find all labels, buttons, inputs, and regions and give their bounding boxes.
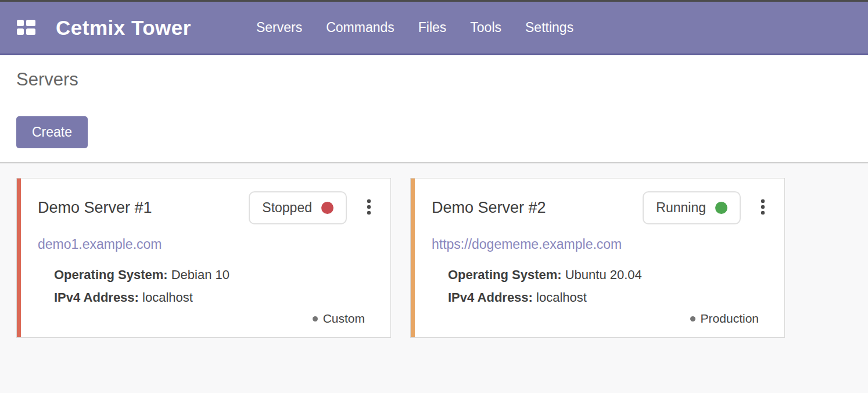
status-label: Stopped (262, 200, 312, 216)
os-label: Operating System: (54, 267, 168, 282)
server-status-badge[interactable]: Stopped (249, 191, 347, 224)
ip-label: IPv4 Address: (54, 290, 139, 305)
ip-row: IPv4 Address: localhost (54, 286, 373, 309)
menu-item-settings[interactable]: Settings (525, 20, 573, 35)
card-accent-strip (411, 178, 415, 337)
os-label: Operating System: (448, 267, 562, 282)
server-name: Demo Server #1 (38, 199, 152, 217)
kebab-menu-icon[interactable] (759, 197, 767, 217)
top-navbar: Cetmix Tower Servers Commands Files Tool… (0, 2, 868, 55)
app-brand-title: Cetmix Tower (56, 16, 191, 40)
status-dot-icon (321, 202, 333, 214)
apps-menu-button[interactable] (10, 12, 43, 44)
menu-item-files[interactable]: Files (418, 20, 447, 35)
server-name: Demo Server #2 (432, 199, 546, 217)
menu-item-tools[interactable]: Tools (470, 20, 501, 35)
server-details: Operating System: Debian 10 IPv4 Address… (54, 263, 373, 309)
os-value: Debian 10 (171, 267, 229, 282)
server-tag: Production (690, 312, 759, 326)
server-cards-area: Demo Server #1 Stopped demo1.example.com… (0, 163, 868, 393)
server-url-link[interactable]: demo1.example.com (38, 237, 373, 252)
tag-label: Production (701, 312, 759, 326)
kebab-menu-icon[interactable] (365, 197, 373, 217)
ip-row: IPv4 Address: localhost (448, 286, 767, 309)
server-card-demo-1[interactable]: Demo Server #1 Stopped demo1.example.com… (16, 178, 391, 338)
ip-label: IPv4 Address: (448, 290, 533, 305)
main-menu: Servers Commands Files Tools Settings (256, 20, 573, 35)
os-row: Operating System: Debian 10 (54, 263, 373, 286)
tag-dot-icon (690, 316, 695, 321)
create-button[interactable]: Create (16, 116, 88, 148)
server-url-link[interactable]: https://dogememe.example.com (432, 237, 767, 252)
status-label: Running (656, 200, 706, 216)
page-header-section: Servers Create (0, 55, 868, 162)
page-title: Servers (16, 69, 852, 90)
os-value: Ubuntu 20.04 (565, 267, 642, 282)
tag-label: Custom (323, 312, 365, 326)
server-details: Operating System: Ubuntu 20.04 IPv4 Addr… (448, 263, 767, 309)
ip-value: localhost (536, 290, 587, 305)
apps-grid-icon (17, 20, 37, 35)
status-dot-icon (715, 202, 727, 214)
menu-item-servers[interactable]: Servers (256, 20, 302, 35)
server-tag: Custom (313, 312, 365, 326)
tag-dot-icon (313, 316, 318, 321)
card-accent-strip (17, 178, 21, 337)
server-card-demo-2[interactable]: Demo Server #2 Running https://dogememe.… (410, 178, 785, 338)
os-row: Operating System: Ubuntu 20.04 (448, 263, 767, 286)
ip-value: localhost (142, 290, 193, 305)
menu-item-commands[interactable]: Commands (326, 20, 394, 35)
server-status-badge[interactable]: Running (643, 191, 741, 224)
